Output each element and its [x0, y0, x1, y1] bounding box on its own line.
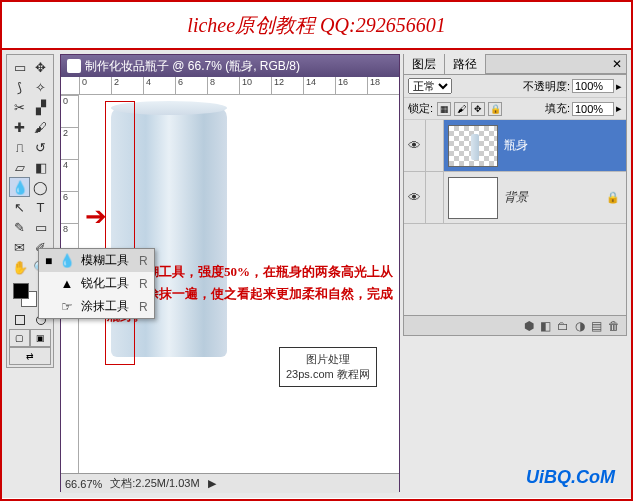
- heal-tool[interactable]: ✚: [9, 117, 30, 137]
- site-watermark: UiBQ.CoM: [526, 467, 615, 488]
- layer-row[interactable]: 👁 瓶身: [404, 120, 626, 172]
- new-fill-icon[interactable]: ◑: [575, 319, 585, 333]
- layer-name[interactable]: 背景: [502, 189, 606, 206]
- flyout-label: 模糊工具: [81, 252, 129, 269]
- document-title: 制作化妆品瓶子 @ 66.7% (瓶身, RGB/8): [85, 58, 300, 75]
- chevron-icon[interactable]: ▸: [616, 80, 622, 93]
- lock-position-icon[interactable]: ✥: [471, 102, 485, 116]
- opacity-value[interactable]: 100%: [572, 79, 614, 93]
- standard-mode[interactable]: [9, 311, 30, 329]
- tab-layers[interactable]: 图层: [404, 54, 445, 75]
- layers-panel: 正常 不透明度: 100% ▸ 锁定: ▦ 🖌 ✥ 🔒 填充: 100%: [403, 74, 627, 336]
- foreground-color[interactable]: [13, 283, 29, 299]
- notes-tool[interactable]: ✉: [9, 237, 30, 257]
- header-title: lichee原创教程 QQ:292656601: [187, 12, 445, 39]
- chevron-icon[interactable]: ▸: [616, 102, 622, 115]
- zoom-level[interactable]: 66.67%: [65, 478, 102, 490]
- layer-mask-icon[interactable]: ◧: [540, 319, 551, 333]
- document-statusbar: 66.67% 文档:2.25M/1.03M ▶: [61, 473, 399, 493]
- layer-fx-icon[interactable]: ⬢: [524, 319, 534, 333]
- arrow-icon: ➔: [85, 201, 107, 232]
- dodge-tool[interactable]: ◯: [30, 177, 51, 197]
- layer-row[interactable]: 👁 背景 🔒: [404, 172, 626, 224]
- screen-mode-1[interactable]: ▢: [9, 329, 30, 347]
- crop-tool[interactable]: ✂: [9, 97, 30, 117]
- lock-icon: 🔒: [606, 191, 620, 204]
- flyout-key: R: [139, 300, 148, 314]
- fill-label: 填充:: [545, 101, 570, 116]
- bullet-icon: ■: [45, 254, 53, 268]
- lock-icons: ▦ 🖌 ✥ 🔒: [437, 102, 502, 116]
- blur-icon: 💧: [59, 253, 75, 269]
- status-chevron-icon[interactable]: ▶: [208, 477, 216, 490]
- jump-to-iready-icon[interactable]: ⇄: [9, 347, 51, 365]
- lock-all-icon[interactable]: 🔒: [488, 102, 502, 116]
- link-cell[interactable]: [426, 172, 444, 223]
- delete-layer-icon[interactable]: 🗑: [608, 319, 620, 333]
- visibility-icon[interactable]: 👁: [404, 172, 426, 223]
- flyout-label: 锐化工具: [81, 275, 129, 292]
- stamp-tool[interactable]: ⎍: [9, 137, 30, 157]
- path-select-tool[interactable]: ↖: [9, 197, 30, 217]
- flyout-label: 涂抹工具: [81, 298, 129, 315]
- document-icon: [67, 59, 81, 73]
- doc-info: 文档:2.25M/1.03M: [110, 476, 199, 491]
- visibility-icon[interactable]: 👁: [404, 120, 426, 171]
- layer-name[interactable]: 瓶身: [502, 137, 626, 154]
- panel-close-icon[interactable]: ✕: [608, 57, 626, 71]
- lasso-tool[interactable]: ⟆: [9, 77, 30, 97]
- pen-tool[interactable]: ✎: [9, 217, 30, 237]
- tab-paths[interactable]: 路径: [445, 54, 486, 75]
- lock-pixels-icon[interactable]: 🖌: [454, 102, 468, 116]
- hand-tool[interactable]: ✋: [9, 257, 30, 277]
- flyout-key: R: [139, 254, 148, 268]
- smudge-icon: ☞: [59, 299, 75, 315]
- workspace: ▭✥ ⟆✧ ✂▞ ✚🖌 ⎍↺ ▱◧ 💧◯ ↖T ✎▭ ✉✐ ✋🔍 ▢▣ ⇄ ■ …: [2, 50, 631, 498]
- lock-transparency-icon[interactable]: ▦: [437, 102, 451, 116]
- watermark-stamp: 图片处理 23ps.com 教程网: [279, 347, 377, 387]
- layer-list: 👁 瓶身 👁 背景 🔒: [404, 120, 626, 224]
- wand-tool[interactable]: ✧: [30, 77, 51, 97]
- shape-tool[interactable]: ▭: [30, 217, 51, 237]
- flyout-item-blur[interactable]: ■ 💧 模糊工具 R: [39, 249, 154, 272]
- screen-mode-2[interactable]: ▣: [30, 329, 51, 347]
- toolbox: ▭✥ ⟆✧ ✂▞ ✚🖌 ⎍↺ ▱◧ 💧◯ ↖T ✎▭ ✉✐ ✋🔍 ▢▣ ⇄: [6, 54, 54, 368]
- fill-value[interactable]: 100%: [572, 102, 614, 116]
- blur-tool[interactable]: 💧: [9, 177, 30, 197]
- new-layer-icon[interactable]: ▤: [591, 319, 602, 333]
- panel-tabs: 图层 路径 ✕: [403, 54, 627, 74]
- history-brush-tool[interactable]: ↺: [30, 137, 51, 157]
- lock-label: 锁定:: [408, 101, 433, 116]
- link-cell[interactable]: [426, 120, 444, 171]
- move-tool[interactable]: ✥: [30, 57, 51, 77]
- slice-tool[interactable]: ▞: [30, 97, 51, 117]
- eraser-tool[interactable]: ▱: [9, 157, 30, 177]
- sharpen-icon: ▲: [59, 276, 75, 292]
- layers-panel-footer: ⬢ ◧ 🗀 ◑ ▤ 🗑: [404, 315, 626, 335]
- flyout-item-smudge[interactable]: ☞ 涂抹工具 R: [39, 295, 154, 318]
- flyout-item-sharpen[interactable]: ▲ 锐化工具 R: [39, 272, 154, 295]
- layer-thumbnail[interactable]: [448, 177, 498, 219]
- gradient-tool[interactable]: ◧: [30, 157, 51, 177]
- document-titlebar[interactable]: 制作化妆品瓶子 @ 66.7% (瓶身, RGB/8): [61, 55, 399, 77]
- brush-tool[interactable]: 🖌: [30, 117, 51, 137]
- type-tool[interactable]: T: [30, 197, 51, 217]
- tutorial-header: lichee原创教程 QQ:292656601: [2, 2, 631, 50]
- blur-tool-flyout: ■ 💧 模糊工具 R ▲ 锐化工具 R ☞ 涂抹工具 R: [38, 248, 155, 319]
- blend-mode-select[interactable]: 正常: [408, 78, 452, 94]
- marquee-tool[interactable]: ▭: [9, 57, 30, 77]
- ruler-horizontal: 024681012141618: [61, 77, 399, 95]
- layer-thumbnail[interactable]: [448, 125, 498, 167]
- flyout-key: R: [139, 277, 148, 291]
- new-group-icon[interactable]: 🗀: [557, 319, 569, 333]
- opacity-label: 不透明度:: [523, 79, 570, 94]
